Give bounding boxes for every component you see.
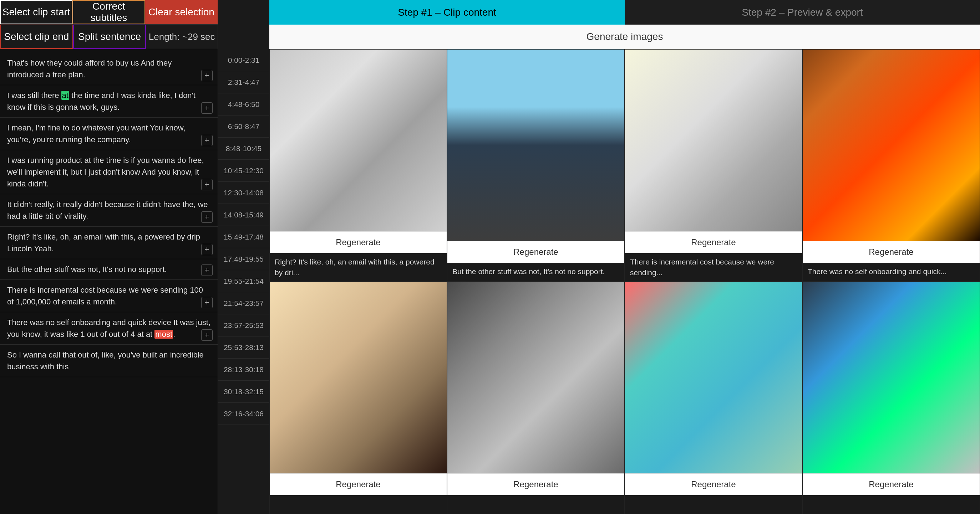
add-segment-button[interactable]: + [201,265,213,276]
image-cell-3: Regenerate There is incremental cost bec… [625,49,802,282]
regenerate-button-6[interactable]: Regenerate [447,473,624,495]
transcript-item: I mean, I'm fine to do whatever you want… [0,117,218,150]
transcript-item: It didn't really, it really didn't becau… [0,194,218,227]
transcript-item: I was still there at the time and I was … [0,85,218,117]
add-segment-button[interactable]: + [201,179,213,190]
regenerate-button-3[interactable]: Regenerate [625,231,802,253]
transcript-text: I mean, I'm fine to do whatever you want… [7,123,186,144]
image-thumbnail-2 [447,49,624,241]
image-footer-7: Regenerate [625,473,802,514]
right-panel: Step #1 – Clip content Step #2 – Preview… [269,0,980,514]
image-footer-4: Regenerate There was no self onboarding … [803,241,980,281]
add-segment-button[interactable]: + [201,211,213,223]
image-thumbnail-5 [270,282,447,473]
timeline-items: 0:00-2:31 2:31-4:47 4:48-6:50 6:50-8:47 … [218,49,269,514]
image-caption-7 [625,495,802,514]
images-grid: Regenerate Right? It's like, oh, an emai… [269,49,980,514]
timeline-segment[interactable]: 21:54-23:57 [218,292,269,314]
regenerate-button-2[interactable]: Regenerate [447,241,624,263]
toolbar-row-1: Select clip start Correct subtitles Clea… [0,0,218,25]
add-segment-button[interactable]: + [201,70,213,81]
transcript-item: But the other stuff was not, It's not no… [0,259,218,280]
image-caption-8 [803,495,980,514]
image-cell-6: Regenerate [447,282,625,514]
image-caption-4: There was no self onboarding and quick..… [803,263,980,281]
image-footer-6: Regenerate [447,473,624,514]
image-thumbnail-1 [270,49,447,231]
timeline-segment[interactable]: 17:48-19:55 [218,248,269,270]
timeline-segment[interactable]: 14:08-15:49 [218,204,269,226]
left-panel: Select clip start Correct subtitles Clea… [0,0,218,514]
transcript-text: Right? It's like, oh, an email with this… [7,232,200,253]
regenerate-button-7[interactable]: Regenerate [625,473,802,495]
image-caption-3: There is incremental cost because we wer… [625,253,802,281]
timeline-segment[interactable]: 8:48-10:45 [218,138,269,160]
image-footer-8: Regenerate [803,473,980,514]
timeline-panel: 0:00-2:31 2:31-4:47 4:48-6:50 6:50-8:47 … [218,0,269,514]
toolbar-row-2: Select clip end Split sentence Length: ~… [0,25,218,49]
image-footer-5: Regenerate [270,473,447,514]
timeline-segment[interactable]: 12:30-14:08 [218,182,269,204]
tab-step2[interactable]: Step #2 – Preview & export [625,0,980,25]
regenerate-button-8[interactable]: Regenerate [803,473,980,495]
image-thumbnail-7 [625,282,802,473]
transcript-text: So I wanna call that out of, like, you'v… [7,351,204,371]
regenerate-button-1[interactable]: Regenerate [270,231,447,253]
transcript-item: So I wanna call that out of, like, you'v… [0,345,218,377]
image-caption-6 [447,495,624,514]
image-caption-1: Right? It's like, oh, an email with this… [270,253,447,281]
regenerate-button-4[interactable]: Regenerate [803,241,980,263]
timeline-segment[interactable]: 25:53-28:13 [218,336,269,359]
transcript-area: That's how they could afford to buy us A… [0,49,218,514]
timeline-segment[interactable]: 2:31-4:47 [218,71,269,94]
highlight-green: at [61,91,69,100]
tab-step1[interactable]: Step #1 – Clip content [269,0,625,25]
image-thumbnail-4 [803,49,980,241]
image-caption-2: But the other stuff was not, It's not no… [447,263,624,281]
add-segment-button[interactable]: + [201,329,213,341]
image-caption-5 [270,495,447,514]
image-footer-3: Regenerate There is incremental cost bec… [625,231,802,281]
select-clip-end-button[interactable]: Select clip end [0,25,73,49]
timeline-segment[interactable]: 32:16-34:06 [218,403,269,425]
transcript-text: I was running product at the time is if … [7,156,204,188]
transcript-text: There was no self onboarding and quick d… [7,318,210,339]
correct-subtitles-button[interactable]: Correct subtitles [72,0,145,24]
transcript-text: There is incremental cost because we wer… [7,286,203,306]
timeline-segment[interactable]: 19:55-21:54 [218,270,269,292]
step-tabs: Step #1 – Clip content Step #2 – Preview… [269,0,980,25]
transcript-text: But the other stuff was not, It's not no… [7,265,167,274]
timeline-header [218,0,269,49]
length-badge: Length: ~29 sec [146,25,218,49]
timeline-segment[interactable]: 30:18-32:15 [218,381,269,403]
image-footer-1: Regenerate Right? It's like, oh, an emai… [270,231,447,281]
add-segment-button[interactable]: + [201,297,213,308]
timeline-segment[interactable]: 10:45-12:30 [218,160,269,182]
add-segment-button[interactable]: + [201,102,213,114]
transcript-item: I was running product at the time is if … [0,150,218,194]
clear-selection-button[interactable]: Clear selection [145,0,218,24]
generate-images-bar[interactable]: Generate images [269,25,980,49]
image-cell-8: Regenerate [802,282,980,514]
regenerate-button-5[interactable]: Regenerate [270,473,447,495]
transcript-item: There was no self onboarding and quick d… [0,312,218,345]
split-sentence-button[interactable]: Split sentence [73,25,146,49]
timeline-segment[interactable]: 28:13-30:18 [218,359,269,381]
add-segment-button[interactable]: + [201,244,213,255]
highlight-red: most [154,330,173,339]
timeline-segment[interactable]: 6:50-8:47 [218,116,269,138]
transcript-text: I was still there at the time and I was … [7,91,196,111]
image-footer-2: Regenerate But the other stuff was not, … [447,241,624,281]
image-thumbnail-8 [803,282,980,473]
timeline-segment[interactable]: 23:57-25:53 [218,314,269,336]
image-cell-5: Regenerate [269,282,447,514]
timeline-segment[interactable]: 4:48-6:50 [218,94,269,116]
add-segment-button[interactable]: + [201,135,213,146]
image-cell-4: Regenerate There was no self onboarding … [802,49,980,282]
timeline-segment[interactable]: 15:49-17:48 [218,226,269,248]
transcript-item: Right? It's like, oh, an email with this… [0,227,218,259]
image-cell-2: Regenerate But the other stuff was not, … [447,49,625,282]
select-clip-start-button[interactable]: Select clip start [0,0,72,24]
timeline-segment[interactable]: 0:00-2:31 [218,49,269,71]
image-thumbnail-3 [625,49,802,231]
